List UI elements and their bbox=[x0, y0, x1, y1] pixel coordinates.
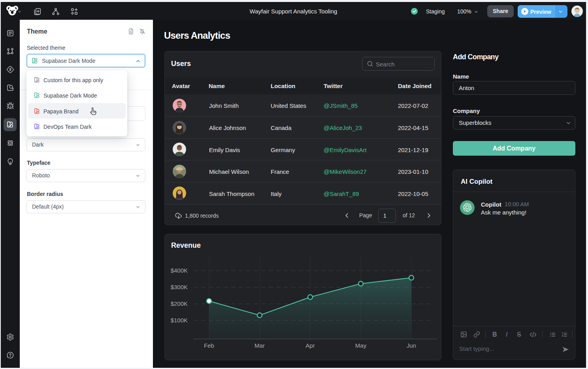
svg-text:$300K: $300K bbox=[171, 284, 188, 290]
svg-text:Feb: Feb bbox=[204, 342, 214, 349]
svg-text:May: May bbox=[355, 342, 367, 349]
svg-text:Mar: Mar bbox=[254, 342, 265, 349]
svg-text:$200K: $200K bbox=[171, 300, 188, 307]
svg-text:$400K: $400K bbox=[171, 267, 188, 274]
svg-text:Apr: Apr bbox=[305, 342, 315, 349]
svg-text:$100K: $100K bbox=[171, 317, 188, 324]
svg-text:Jun: Jun bbox=[407, 342, 416, 349]
